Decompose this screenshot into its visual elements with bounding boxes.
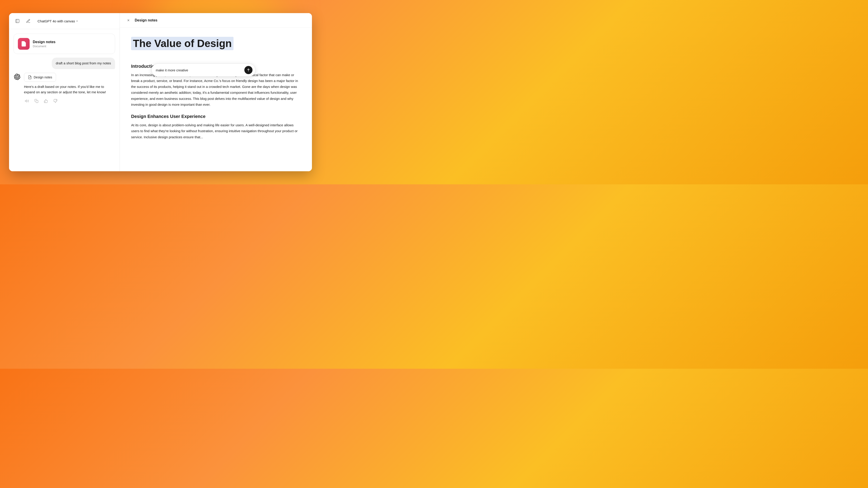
left-panel: ChatGPT 4o with canvas ▾ Design notes <box>9 13 120 171</box>
thumbs-down-icon <box>53 99 57 103</box>
thumbs-down-button[interactable] <box>53 98 58 104</box>
chevron-down-icon: ▾ <box>76 20 78 23</box>
right-header: × Design notes <box>120 13 312 28</box>
ai-avatar <box>13 73 21 80</box>
new-chat-icon <box>26 19 31 23</box>
sidebar-toggle-button[interactable] <box>13 17 21 25</box>
card-text: Design notes Document <box>33 40 55 48</box>
model-name-label: ChatGPT 4o with canvas <box>37 19 75 23</box>
close-button[interactable]: × <box>125 17 131 24</box>
speaker-button[interactable] <box>24 98 30 104</box>
user-message-bubble: draft a short blog post from my notes <box>52 58 115 69</box>
model-selector-button[interactable]: ChatGPT 4o with canvas ▾ <box>35 18 80 24</box>
send-arrow-icon <box>247 68 250 72</box>
doc-icon-wrapper <box>18 38 30 50</box>
app-window: ChatGPT 4o with canvas ▾ Design notes <box>9 13 312 171</box>
ai-content: Design notes Here's a draft based on you… <box>24 73 115 104</box>
speaker-icon <box>25 99 29 103</box>
close-icon: × <box>127 18 130 23</box>
right-panel: × Design notes The Value of Design Intro… <box>120 13 312 171</box>
design-notes-reference-button[interactable]: Design notes <box>24 73 56 82</box>
action-icons-row <box>24 98 115 104</box>
copy-icon <box>34 99 38 103</box>
doc-small-icon <box>28 75 32 79</box>
inline-prompt-input[interactable] <box>156 68 242 72</box>
design-notes-attachment-card[interactable]: Design notes Document <box>13 34 115 54</box>
right-panel-title: Design notes <box>135 18 157 22</box>
design-notes-btn-label: Design notes <box>34 75 52 79</box>
svg-marker-5 <box>25 100 27 102</box>
left-content: Design notes Document draft a short blog… <box>9 29 120 171</box>
openai-logo-icon <box>14 74 20 80</box>
left-header: ChatGPT 4o with canvas ▾ <box>9 13 120 29</box>
copy-button[interactable] <box>33 98 39 104</box>
thumbs-up-button[interactable] <box>43 98 49 104</box>
new-chat-button[interactable] <box>24 17 32 25</box>
inline-prompt-send-button[interactable] <box>244 66 252 74</box>
ai-response-row: Design notes Here's a draft based on you… <box>13 73 115 104</box>
section-heading-ux: Design Enhances User Experience <box>131 114 301 119</box>
right-content: The Value of Design Introduction In an i… <box>120 28 312 171</box>
card-subtitle: Document <box>33 44 55 48</box>
section-body-ux: At its core, design is about problem-sol… <box>131 122 301 140</box>
sidebar-toggle-icon <box>15 19 20 23</box>
thumbs-up-icon <box>44 99 48 103</box>
document-icon <box>21 41 27 47</box>
inline-prompt-bar <box>151 64 255 76</box>
svg-rect-0 <box>16 20 19 23</box>
document-title: The Value of Design <box>131 37 234 50</box>
ai-response-text: Here's a draft based on your notes. If y… <box>24 84 115 95</box>
section-body-intro: In an increasingly competitive and fast-… <box>131 72 301 108</box>
svg-rect-6 <box>36 100 38 103</box>
card-title: Design notes <box>33 40 55 44</box>
